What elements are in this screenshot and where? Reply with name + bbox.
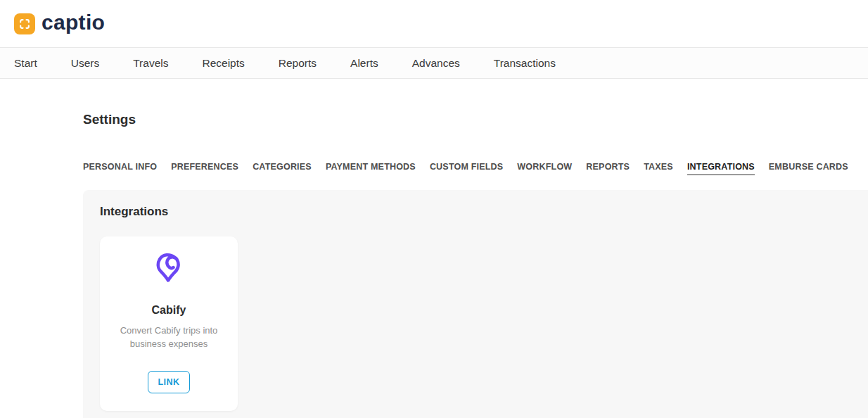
page-title: Settings (83, 112, 868, 127)
cabify-pin-icon (153, 251, 184, 285)
nav-item-receipts[interactable]: Receipts (202, 57, 244, 70)
integration-card-cabify: Cabify Convert Cabify trips into busines… (100, 236, 238, 411)
tab-emburse-cards[interactable]: EMBURSE CARDS (769, 162, 848, 175)
tab-workflow[interactable]: WORKFLOW (517, 162, 572, 175)
link-button[interactable]: LINK (148, 371, 189, 393)
tab-custom-fields[interactable]: CUSTOM FIELDS (430, 162, 503, 175)
nav-item-alerts[interactable]: Alerts (350, 57, 378, 70)
tab-categories[interactable]: CATEGORIES (253, 162, 312, 175)
tab-integrations[interactable]: INTEGRATIONS (687, 162, 755, 175)
tab-reports[interactable]: REPORTS (586, 162, 630, 175)
main-nav: Start Users Travels Receipts Reports Ale… (0, 47, 868, 79)
app-header: captio (0, 0, 868, 47)
tab-payment-methods[interactable]: PAYMENT METHODS (326, 162, 416, 175)
captio-logo[interactable]: captio (14, 12, 105, 36)
scan-viewfinder-icon (14, 13, 35, 34)
nav-item-users[interactable]: Users (71, 57, 99, 70)
integration-description: Convert Cabify trips into business expen… (108, 324, 229, 351)
nav-item-reports[interactable]: Reports (279, 57, 317, 70)
tab-preferences[interactable]: PREFERENCES (171, 162, 238, 175)
integrations-panel: Integrations Cabify Convert Cabify trips… (83, 190, 868, 418)
integration-name: Cabify (152, 304, 186, 317)
nav-item-travels[interactable]: Travels (133, 57, 168, 70)
integrations-section-title: Integrations (100, 205, 851, 219)
tab-taxes[interactable]: TAXES (644, 162, 673, 175)
tab-personal-info[interactable]: PERSONAL INFO (83, 162, 157, 175)
brand-wordmark: captio (42, 12, 105, 36)
nav-item-transactions[interactable]: Transactions (494, 57, 556, 70)
settings-tabs: PERSONAL INFO PREFERENCES CATEGORIES PAY… (83, 162, 868, 175)
nav-item-start[interactable]: Start (14, 57, 37, 70)
nav-item-advances[interactable]: Advances (412, 57, 460, 70)
